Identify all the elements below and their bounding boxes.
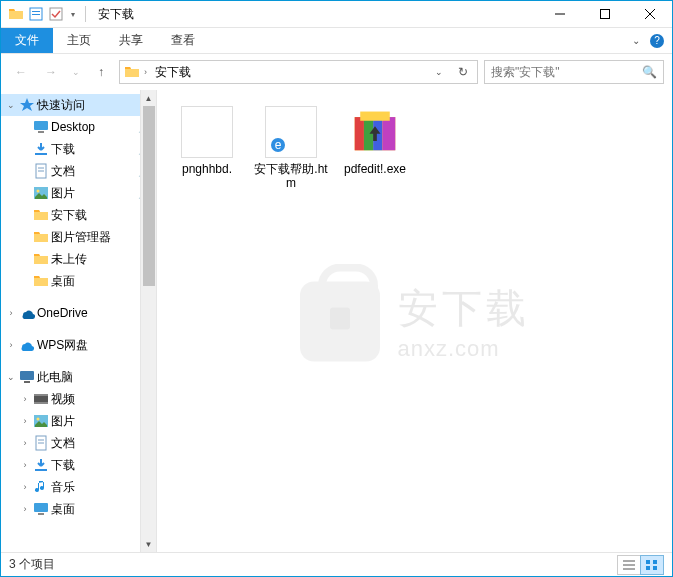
sidebar-pc-item-2[interactable]: ›文档	[1, 432, 156, 454]
sidebar-thispc[interactable]: ⌄此电脑	[1, 366, 156, 388]
svg-point-15	[37, 190, 40, 193]
svg-text:e: e	[275, 138, 282, 152]
sidebar-pc-item-4-icon	[33, 479, 49, 495]
nav-recent-dropdown[interactable]: ⌄	[69, 60, 83, 84]
close-button[interactable]	[627, 1, 672, 28]
ribbon: 文件 主页 共享 查看 ⌄ ?	[1, 28, 672, 54]
address-box[interactable]: › 安下载 ⌄ ↻	[119, 60, 478, 84]
folder-icon	[124, 64, 140, 80]
svg-rect-19	[34, 394, 48, 396]
file-item[interactable]: pdfedit!.exe	[333, 102, 417, 197]
svg-rect-9	[38, 131, 44, 133]
scroll-up-button[interactable]: ▲	[141, 90, 156, 106]
sidebar-item-4-icon	[33, 207, 49, 223]
window-title: 安下载	[98, 6, 134, 23]
sidebar-item-6-icon	[33, 251, 49, 267]
sidebar-pc-item-1[interactable]: ›图片	[1, 410, 156, 432]
nav-up-button[interactable]: ↑	[89, 60, 113, 84]
svg-rect-26	[35, 469, 47, 471]
svg-rect-32	[355, 117, 364, 150]
tab-share[interactable]: 共享	[105, 28, 157, 53]
search-box[interactable]: 🔍	[484, 60, 664, 84]
svg-rect-3	[50, 8, 62, 20]
svg-rect-17	[24, 381, 30, 383]
search-input[interactable]	[491, 65, 642, 79]
nav-back-button[interactable]: ←	[9, 60, 33, 84]
sidebar-quick-access[interactable]: ⌄快速访问	[1, 94, 156, 116]
scrollbar-thumb[interactable]	[143, 106, 155, 286]
sidebar-quick-access-icon	[19, 97, 35, 113]
sidebar-item-2-icon	[33, 163, 49, 179]
nav-forward-button[interactable]: →	[39, 60, 63, 84]
sidebar-item-5[interactable]: 图片管理器	[1, 226, 156, 248]
files-area[interactable]: 安下载anxz.com pnghhbd.e安下载帮助.htmpdfedit!.e…	[157, 90, 672, 552]
file-thumb	[349, 106, 401, 158]
sidebar-item-3[interactable]: 图片📌	[1, 182, 156, 204]
svg-rect-28	[38, 513, 44, 515]
file-name: pnghhbd.	[180, 162, 234, 176]
svg-rect-20	[34, 402, 48, 404]
minimize-button[interactable]	[537, 1, 582, 28]
address-dropdown-button[interactable]: ⌄	[429, 62, 449, 82]
svg-rect-36	[360, 112, 390, 121]
sidebar-item-5-icon	[33, 229, 49, 245]
navigation-pane: ⌄快速访问Desktop📌下载📌文档📌图片📌安下载图片管理器未上传桌面›OneD…	[1, 90, 157, 552]
file-item[interactable]: e安下载帮助.htm	[249, 102, 333, 197]
sidebar-item-1[interactable]: 下载📌	[1, 138, 156, 160]
address-bar: ← → ⌄ ↑ › 安下载 ⌄ ↻ 🔍	[1, 54, 672, 90]
svg-rect-42	[646, 566, 650, 570]
sidebar-item-4[interactable]: 安下载	[1, 204, 156, 226]
search-icon: 🔍	[642, 65, 657, 79]
file-name: 安下载帮助.htm	[249, 162, 333, 190]
svg-rect-43	[653, 566, 657, 570]
sidebar-pc-item-5[interactable]: ›桌面	[1, 498, 156, 520]
sidebar-wps-icon	[19, 337, 35, 353]
svg-rect-5	[600, 10, 609, 19]
sidebar-onedrive-icon	[19, 305, 35, 321]
tab-view[interactable]: 查看	[157, 28, 209, 53]
svg-rect-2	[32, 14, 40, 15]
chevron-right-icon[interactable]: ›	[144, 67, 147, 77]
help-button[interactable]: ?	[650, 34, 664, 48]
view-icons-button[interactable]	[640, 555, 664, 575]
svg-rect-41	[653, 560, 657, 564]
svg-point-22	[37, 418, 40, 421]
divider	[85, 6, 86, 22]
view-details-button[interactable]	[617, 555, 641, 575]
refresh-button[interactable]: ↻	[453, 62, 473, 82]
sidebar-pc-item-3[interactable]: ›下载	[1, 454, 156, 476]
sidebar-item-0[interactable]: Desktop📌	[1, 116, 156, 138]
qat-check-button[interactable]	[47, 5, 65, 23]
sidebar-item-3-icon	[33, 185, 49, 201]
svg-rect-16	[20, 371, 34, 380]
tab-home[interactable]: 主页	[53, 28, 105, 53]
folder-icon	[7, 5, 25, 23]
sidebar-item-1-icon	[33, 141, 49, 157]
sidebar-pc-item-4[interactable]: ›音乐	[1, 476, 156, 498]
status-text: 3 个项目	[9, 556, 55, 573]
sidebar-pc-item-0[interactable]: ›视频	[1, 388, 156, 410]
sidebar-thispc-icon	[19, 369, 35, 385]
svg-rect-1	[32, 11, 40, 12]
file-thumb	[181, 106, 233, 158]
scroll-down-button[interactable]: ▼	[141, 536, 156, 552]
qat-dropdown[interactable]: ▾	[67, 5, 79, 23]
svg-rect-8	[34, 121, 48, 130]
file-item[interactable]: pnghhbd.	[165, 102, 249, 197]
sidebar-item-6[interactable]: 未上传	[1, 248, 156, 270]
maximize-button[interactable]	[582, 1, 627, 28]
ribbon-expand-button[interactable]: ⌄	[622, 28, 650, 53]
tab-file[interactable]: 文件	[1, 28, 53, 53]
sidebar-wps[interactable]: ›WPS网盘	[1, 334, 156, 356]
qat-properties-button[interactable]	[27, 5, 45, 23]
sidebar-item-7[interactable]: 桌面	[1, 270, 156, 292]
sidebar-scrollbar[interactable]: ▲ ▼	[140, 90, 156, 552]
sidebar-onedrive[interactable]: ›OneDrive	[1, 302, 156, 324]
sidebar-item-0-icon	[33, 119, 49, 135]
svg-rect-10	[35, 153, 47, 155]
file-name: pdfedit!.exe	[342, 162, 408, 176]
title-bar: ▾ 安下载	[1, 1, 672, 28]
svg-rect-27	[34, 503, 48, 512]
sidebar-item-2[interactable]: 文档📌	[1, 160, 156, 182]
breadcrumb-current[interactable]: 安下载	[151, 64, 195, 81]
